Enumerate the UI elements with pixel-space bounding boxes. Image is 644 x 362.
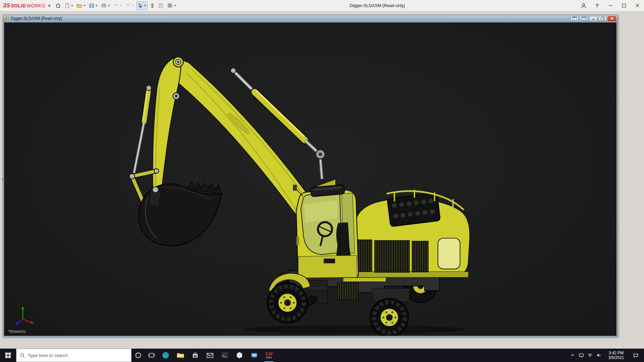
rear-wheel [370, 298, 409, 336]
options-button[interactable] [166, 1, 177, 10]
engine-vent-grid [387, 193, 440, 227]
maximize-button[interactable] [617, 0, 631, 11]
solidworks-taskbar-button[interactable]: SW 2021 [262, 349, 276, 362]
titlebar-right-controls: ? [577, 0, 644, 11]
split-horizontal-icon [572, 17, 577, 20]
menu-expand-arrow-icon[interactable] [49, 4, 51, 7]
account-button[interactable] [577, 0, 590, 11]
help-icon: ? [595, 3, 598, 8]
action-center-icon [633, 353, 639, 358]
task-view-button[interactable] [145, 349, 158, 362]
start-button[interactable] [0, 349, 16, 362]
quick-access-toolbar [54, 1, 177, 10]
document-close-button[interactable] [608, 16, 616, 21]
3d-viewer-icon [235, 351, 244, 359]
clock-date: 3/5/2021 [603, 355, 629, 360]
movies-tv-button[interactable] [247, 349, 262, 362]
minimize-icon [608, 3, 613, 8]
rebuild-button[interactable] [148, 1, 156, 10]
solidworks-logo-mark: ЗS [3, 2, 10, 9]
solidworks-logo[interactable]: ЗS SOLID WORKS [3, 2, 45, 9]
document-window: Digger.SLDASM [Read-only] [3, 15, 618, 337]
cortana-button[interactable] [131, 349, 145, 362]
minimize-button[interactable] [604, 0, 617, 11]
cab [293, 185, 359, 278]
command-prompt-button[interactable] [217, 349, 232, 362]
engine-housing [353, 190, 470, 277]
undo-icon [113, 3, 119, 8]
redo-icon [125, 3, 131, 8]
3d-viewer-button[interactable] [232, 349, 247, 362]
graphics-viewport[interactable]: *Dimetric [4, 22, 616, 336]
document-minimize-button[interactable] [589, 16, 597, 21]
document-title: Digger.SLDASM [Read-only] [11, 16, 570, 21]
store-button[interactable] [188, 349, 203, 362]
file-explorer-icon [176, 351, 184, 359]
undo-button[interactable] [112, 1, 123, 10]
search-input[interactable] [28, 353, 128, 358]
edge-icon [162, 351, 170, 359]
open-button[interactable] [75, 1, 87, 10]
document-titlebar[interactable]: Digger.SLDASM [Read-only] [3, 15, 618, 22]
save-button[interactable] [88, 1, 99, 10]
excavator-model [4, 22, 616, 336]
volume-tray-button[interactable] [594, 349, 603, 362]
document-restore-button[interactable] [598, 16, 607, 21]
home-icon [55, 3, 61, 8]
solidworks-logo-light: WORKS [27, 3, 45, 8]
new-document-icon [64, 3, 70, 8]
view-orientation-label: *Dimetric [8, 329, 26, 334]
file-properties-button[interactable] [157, 1, 165, 10]
display-icon [579, 353, 584, 358]
print-dropdown-icon[interactable] [108, 5, 110, 6]
wifi-icon [587, 353, 593, 358]
options-gear-icon [167, 3, 173, 8]
movies-tv-icon [250, 351, 258, 359]
save-dropdown-icon[interactable] [96, 5, 98, 6]
rebuild-icon [150, 3, 155, 8]
cortana-icon [135, 352, 142, 359]
edge-button[interactable] [158, 349, 173, 362]
action-center-button[interactable] [629, 349, 642, 362]
help-button[interactable]: ? [590, 0, 604, 11]
print-button[interactable] [100, 1, 111, 10]
doc-restore-icon [601, 17, 605, 20]
app-titlebar: ЗS SOLID WORKS [0, 0, 644, 11]
home-button[interactable] [54, 1, 62, 10]
split-vertical-icon [581, 17, 586, 20]
network-tray-button[interactable] [586, 349, 594, 362]
split-view-horizontal-button[interactable] [570, 16, 579, 21]
assembly-document-icon [4, 16, 9, 21]
windows-start-icon [5, 352, 11, 358]
taskbar-search-box[interactable] [16, 349, 131, 362]
new-document-dropdown-icon[interactable] [71, 5, 73, 6]
open-folder-icon [76, 3, 82, 8]
taskbar-clock[interactable]: 3:42 PM 3/5/2021 [603, 351, 629, 360]
save-icon [89, 3, 94, 8]
bucket-cylinder [134, 85, 152, 173]
document-window-controls [570, 16, 616, 21]
split-view-vertical-button[interactable] [580, 16, 588, 21]
file-explorer-button[interactable] [173, 349, 188, 362]
windows-taskbar: SW 2021 3:42 PM 3/5/2021 [0, 349, 644, 362]
close-icon [635, 3, 640, 8]
new-document-button[interactable] [63, 1, 74, 10]
redo-button[interactable] [124, 1, 136, 10]
open-dropdown-icon[interactable] [84, 5, 86, 6]
taskbar-spacer [276, 349, 568, 362]
app-window-title: Digger.SLDASM [Read-only] [177, 3, 577, 8]
store-icon [191, 351, 199, 359]
search-icon [20, 353, 25, 358]
select-dropdown-icon[interactable] [144, 5, 146, 6]
select-button[interactable] [136, 1, 148, 10]
hidden-icons-button[interactable] [568, 349, 577, 362]
close-button[interactable] [631, 0, 644, 11]
doc-minimize-icon [591, 17, 595, 20]
display-tray-button[interactable] [577, 349, 586, 362]
boom-cylinder [316, 149, 325, 179]
task-view-icon [148, 352, 155, 359]
mail-button[interactable] [203, 349, 217, 362]
undo-dropdown-icon [120, 5, 122, 6]
orientation-triad[interactable] [13, 304, 36, 328]
options-dropdown-icon[interactable] [174, 5, 176, 6]
